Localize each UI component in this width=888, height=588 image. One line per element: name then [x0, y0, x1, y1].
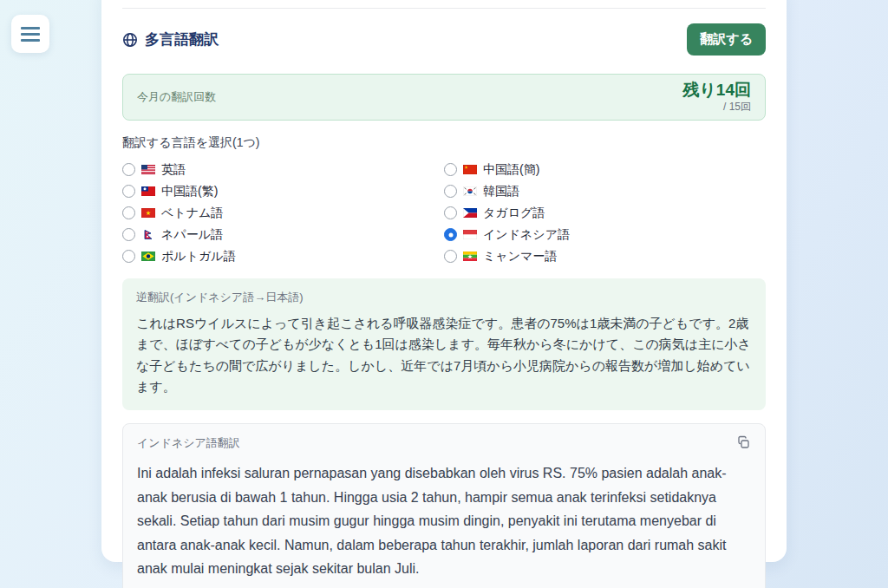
- language-label: 中国語(簡): [483, 162, 539, 178]
- language-label: 英語: [161, 162, 186, 178]
- copy-button[interactable]: [736, 435, 751, 453]
- language-select-label: 翻訳する言語を選択(1つ): [122, 135, 766, 151]
- language-label: ミャンマー語: [483, 249, 557, 265]
- back-translation-label: 逆翻訳(インドネシア語→日本語): [136, 290, 752, 305]
- hamburger-menu-button[interactable]: [11, 15, 49, 53]
- language-option-portuguese[interactable]: ポルトガル語: [122, 249, 444, 265]
- radio-icon[interactable]: [122, 163, 135, 176]
- translation-result-box: インドネシア語翻訳 Ini adalah infeksi saluran per…: [122, 423, 766, 588]
- translation-panel: 多言語翻訳 翻訳する 今月の翻訳回数 残り14回 / 15回 翻訳する言語を選択…: [101, 0, 787, 562]
- language-option-myanmar[interactable]: ミャンマー語: [444, 249, 766, 265]
- radio-icon[interactable]: [122, 185, 135, 198]
- radio-icon[interactable]: [444, 250, 457, 263]
- globe-icon: [122, 32, 138, 48]
- usage-total: / 15回: [682, 100, 751, 114]
- radio-icon[interactable]: [122, 250, 135, 263]
- us-flag-icon: [141, 165, 155, 174]
- language-label: 韓国語: [483, 184, 519, 199]
- language-option-english[interactable]: 英語: [122, 162, 444, 178]
- usage-remaining: 残り14回: [682, 80, 751, 101]
- language-label: ネパール語: [161, 227, 223, 243]
- language-option-chinese-simplified[interactable]: 中国語(簡): [444, 162, 766, 178]
- hamburger-menu-icon: [21, 27, 40, 29]
- myanmar-flag-icon: [463, 252, 477, 261]
- language-option-vietnamese[interactable]: ベトナム語: [122, 206, 444, 221]
- language-options: 英語 中国語(繁) ベトナム語 ネパール語: [122, 159, 766, 267]
- language-label: ポルトガル語: [161, 249, 236, 265]
- page-title: 多言語翻訳: [122, 29, 219, 49]
- usage-counter: 今月の翻訳回数 残り14回 / 15回: [122, 74, 766, 121]
- language-option-nepali[interactable]: ネパール語: [122, 227, 444, 243]
- page-title-label: 多言語翻訳: [145, 29, 219, 49]
- china-flag-icon: [463, 165, 477, 174]
- language-option-tagalog[interactable]: タガログ語: [444, 206, 766, 221]
- radio-icon[interactable]: [122, 228, 135, 241]
- south-korea-flag-icon: [463, 186, 477, 196]
- language-option-chinese-traditional[interactable]: 中国語(繁): [122, 184, 444, 199]
- radio-icon[interactable]: [444, 228, 457, 241]
- radio-icon[interactable]: [444, 185, 457, 198]
- usage-values: 残り14回 / 15回: [682, 80, 751, 115]
- language-option-indonesian[interactable]: インドネシア語: [444, 227, 766, 243]
- nepal-flag-icon: [141, 230, 155, 239]
- section-divider: [122, 8, 766, 9]
- language-label: タガログ語: [483, 206, 545, 221]
- language-label: インドネシア語: [483, 227, 570, 243]
- copy-icon: [736, 440, 751, 453]
- taiwan-flag-icon: [141, 186, 155, 196]
- translation-result-text: Ini adalah infeksi saluran pernapasan ya…: [137, 461, 751, 581]
- section-header: 多言語翻訳 翻訳する: [122, 23, 766, 56]
- translation-result-header: インドネシア語翻訳: [137, 435, 751, 453]
- back-translation-text: これはRSウイルスによって引き起こされる呼吸器感染症です。患者の75%は1歳未満…: [136, 313, 752, 397]
- radio-icon[interactable]: [444, 163, 457, 176]
- back-translation-box: 逆翻訳(インドネシア語→日本語) これはRSウイルスによって引き起こされる呼吸器…: [122, 278, 766, 410]
- vietnam-flag-icon: [141, 208, 155, 218]
- language-option-korean[interactable]: 韓国語: [444, 184, 766, 199]
- radio-icon[interactable]: [122, 206, 135, 219]
- radio-icon[interactable]: [444, 206, 457, 219]
- indonesia-flag-icon: [463, 230, 477, 239]
- translation-result-label: インドネシア語翻訳: [137, 435, 240, 451]
- philippines-flag-icon: [463, 208, 477, 218]
- translate-button[interactable]: 翻訳する: [687, 23, 766, 56]
- brazil-flag-icon: [141, 252, 155, 261]
- language-label: ベトナム語: [161, 206, 223, 221]
- usage-label: 今月の翻訳回数: [137, 89, 216, 105]
- language-label: 中国語(繁): [161, 184, 218, 199]
